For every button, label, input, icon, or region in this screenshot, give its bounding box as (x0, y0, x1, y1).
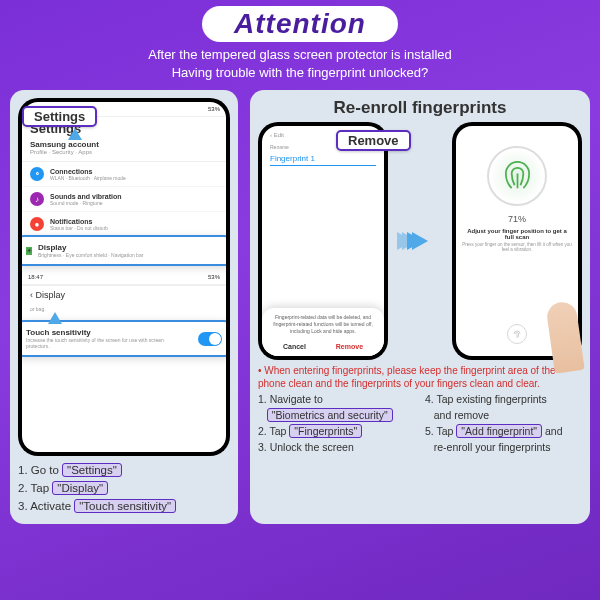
left-instructions: 1. Go to "Settings" 2. Tap "Display" 3. … (18, 462, 230, 515)
phone-settings: 18:45 53% Settings Samsung account Profi… (18, 98, 230, 456)
phone-remove-fp: ‹ Edit Remove Rename Fingerprint 1 Finge… (258, 122, 388, 360)
arrow-up-icon (68, 128, 82, 140)
right-instructions: 1. Navigate to "Biometrics and security"… (258, 392, 582, 455)
header: Attention After the tempered glass scree… (0, 0, 600, 84)
remove-dialog: Fingerprint-related data will be deleted… (262, 308, 384, 356)
bell-icon: ● (30, 217, 44, 231)
touch-sensitivity-highlight[interactable]: Touch sensitivity Increase the touch sen… (22, 320, 226, 357)
cancel-button[interactable]: Cancel (283, 343, 306, 350)
right-title: Re-enroll fingerprints (258, 98, 582, 118)
subtitle: After the tempered glass screen protecto… (0, 46, 600, 82)
menu-notifications[interactable]: ● NotificationsStatus bar · Do not distu… (22, 212, 226, 237)
remove-button[interactable]: Remove (336, 343, 363, 350)
menu-connections[interactable]: ⚬ ConnectionsWLAN · Bluetooth · Airplane… (22, 162, 226, 187)
arrow-up-icon (48, 312, 62, 324)
arrow-right-icon (412, 232, 428, 250)
hand-illustration (520, 282, 590, 372)
settings-callout: Settings (22, 106, 97, 127)
left-panel: 18:45 53% Settings Samsung account Profi… (10, 90, 238, 523)
wifi-icon: ⚬ (30, 167, 44, 181)
touch-toggle[interactable] (198, 332, 222, 346)
attention-title: Attention (202, 6, 398, 42)
remove-callout: Remove (336, 130, 411, 151)
display-icon: ☀ (26, 247, 32, 255)
menu-display-highlight[interactable]: ☀ DisplayBrightness · Eye comfort shield… (22, 235, 226, 266)
fingerprint-progress-icon (487, 146, 547, 206)
menu-sounds[interactable]: ♪ Sounds and vibrationSound mode · Ringt… (22, 187, 226, 212)
sound-icon: ♪ (30, 192, 44, 206)
phone-scan-fp: 71% Adjust your finger position to get a… (452, 122, 582, 360)
right-panel: Re-enroll fingerprints ‹ Edit Remove Ren… (250, 90, 590, 523)
